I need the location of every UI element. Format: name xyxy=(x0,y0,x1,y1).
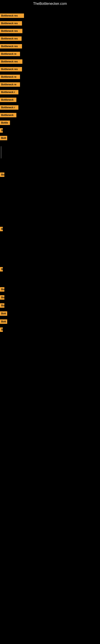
bottleneck-bar: Bottleneck res xyxy=(0,21,22,26)
chart-area: Bottleneck resBottleneck resBottleneck r… xyxy=(0,8,100,644)
bottleneck-bar: B xyxy=(0,267,3,272)
bottleneck-bar: Bo xyxy=(0,172,4,177)
bottleneck-bar: Bottleneck res xyxy=(0,29,22,33)
bottleneck-bar: Bo xyxy=(0,303,4,308)
bottleneck-bar: Bo xyxy=(0,295,4,300)
bottleneck-bar: Bottleneck res xyxy=(0,44,22,48)
bottleneck-bar: Bottleneck res xyxy=(0,36,22,41)
bottleneck-bar: Bottleneck r xyxy=(0,105,18,110)
bottleneck-bar: Bottleneck res xyxy=(0,67,22,72)
bottleneck-bar: Bottleneck r xyxy=(0,90,18,94)
bottleneck-bar: B xyxy=(0,227,3,231)
bottleneck-bar: Bott xyxy=(0,311,7,316)
site-title: TheBottlenecker.com xyxy=(0,0,100,8)
bottleneck-bar: Bottleneck res xyxy=(0,14,24,18)
vertical-line xyxy=(1,146,1,158)
bottleneck-bar: Bott xyxy=(0,320,7,324)
page-container: TheBottlenecker.com Bottleneck resBottle… xyxy=(0,0,100,644)
bottleneck-bar: B xyxy=(0,128,3,132)
bottleneck-bar: Bottleneck xyxy=(0,113,16,117)
bottleneck-bar: Bottleneck re xyxy=(0,82,20,87)
bottleneck-bar: Bottleneck re xyxy=(0,52,20,56)
bottleneck-bar: Bottle xyxy=(0,120,10,125)
bottleneck-bar: B xyxy=(0,328,3,332)
bottleneck-bar: Bottleneck res xyxy=(0,59,22,64)
bottleneck-bar: Bo xyxy=(0,287,4,292)
bottleneck-bar: Bott xyxy=(0,136,7,140)
bottleneck-bar: Bottleneck xyxy=(0,98,16,102)
bottleneck-bar: Bottleneck re xyxy=(0,75,20,79)
